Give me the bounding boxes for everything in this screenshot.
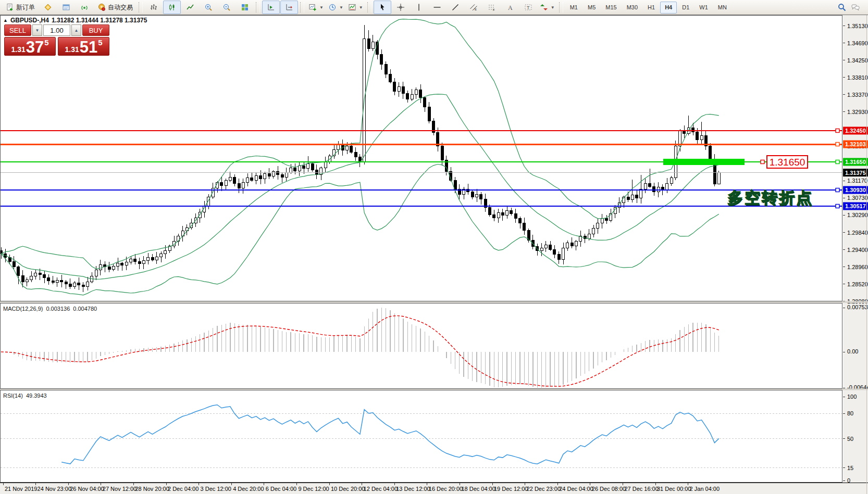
templates-icon — [348, 3, 356, 11]
buy-button[interactable]: BUY — [82, 24, 109, 36]
timeframe-w1-button[interactable]: W1 — [695, 2, 713, 14]
arrows-icon — [540, 3, 548, 11]
svg-text:4 Dec 20:00: 4 Dec 20:00 — [233, 486, 264, 492]
bar-chart-button[interactable] — [145, 1, 163, 14]
equidistant-channel-button[interactable]: E — [465, 1, 482, 14]
cursor-button[interactable] — [374, 1, 391, 14]
new-order-button[interactable]: 新订单 — [2, 1, 39, 14]
svg-text:19 Dec 12:00: 19 Dec 12:00 — [494, 486, 528, 492]
volume-input[interactable] — [43, 24, 70, 36]
sell-price-box[interactable]: 1.31 37 5 — [4, 37, 56, 56]
svg-text:24 Nov 23:00: 24 Nov 23:00 — [38, 486, 71, 492]
svg-text:1.33370: 1.33370 — [847, 92, 868, 98]
svg-text:26 Dec 08:00: 26 Dec 08:00 — [592, 486, 626, 492]
autotrading-button[interactable]: 自动交易 — [94, 1, 137, 14]
timeframe-h4-button[interactable]: H4 — [660, 2, 677, 14]
profiles-button[interactable] — [39, 1, 57, 14]
candlestick-chart-button[interactable] — [163, 1, 181, 14]
macd-header: MACD(12,26,9) 0.003136 0.004780 — [3, 306, 97, 312]
mt4-window: 新订单 自动交易 — [0, 0, 868, 494]
svg-text:2 Jan 04:00: 2 Jan 04:00 — [690, 486, 720, 492]
crosshair-button[interactable] — [392, 1, 410, 14]
one-click-trading-panel: SELL ▼ ▲ BUY 1.31 37 5 1.31 51 5 — [4, 24, 109, 56]
svg-text:10 Dec 20:00: 10 Dec 20:00 — [331, 486, 365, 492]
volume-up-button[interactable]: ▲ — [71, 24, 81, 36]
timeframe-m5-button[interactable]: M5 — [583, 2, 600, 14]
timeframe-mn-button[interactable]: MN — [713, 2, 731, 14]
timeframe-m30-button[interactable]: M30 — [622, 2, 642, 14]
svg-text:27 Nov 12:00: 27 Nov 12:00 — [103, 486, 137, 492]
svg-text:1.35130: 1.35130 — [847, 23, 868, 29]
svg-text:21 Nov 2019: 21 Nov 2019 — [5, 486, 37, 492]
svg-text:22 Dec 23:00: 22 Dec 23:00 — [527, 486, 561, 492]
buy-price-sup: 5 — [98, 39, 102, 46]
svg-text:A: A — [508, 4, 513, 11]
symbol-ohlc: 1.31282 1.31444 1.31278 1.31375 — [52, 17, 147, 24]
horizontal-line-button[interactable] — [428, 1, 446, 14]
svg-text:1.29840: 1.29840 — [847, 230, 868, 236]
buy-price-box[interactable]: 1.31 51 5 — [58, 37, 109, 56]
svg-text:80: 80 — [847, 410, 853, 416]
timeframe-m15-button[interactable]: M15 — [601, 2, 621, 14]
svg-text:1.32103: 1.32103 — [845, 141, 866, 147]
timeframe-d1-button[interactable]: D1 — [677, 2, 694, 14]
terminal-button[interactable] — [57, 1, 75, 14]
timeframe-m1-button[interactable]: M1 — [565, 2, 582, 14]
zoom-in-button[interactable] — [200, 1, 217, 14]
svg-text:16 Dec 20:00: 16 Dec 20:00 — [429, 486, 463, 492]
volume-down-button[interactable]: ▼ — [32, 24, 42, 36]
svg-text:1.31650: 1.31650 — [845, 159, 866, 165]
toolbar-separator — [139, 2, 143, 12]
svg-text:1.30730: 1.30730 — [847, 195, 868, 201]
svg-text:1.31650: 1.31650 — [770, 157, 805, 168]
chart-canvas[interactable]: 1.351301.346901.342501.338101.333701.329… — [0, 0, 868, 494]
svg-text:0.007538: 0.007538 — [847, 304, 868, 310]
text-label-button[interactable]: T — [519, 1, 537, 14]
fibonacci-button[interactable]: F — [483, 1, 501, 14]
sell-button[interactable]: SELL — [4, 24, 31, 36]
timeframe-h1-button[interactable]: H1 — [643, 2, 660, 14]
sell-price-sup: 5 — [44, 39, 48, 46]
zoom-out-button[interactable] — [218, 1, 235, 14]
vertical-line-button[interactable] — [410, 1, 428, 14]
new-chart-button[interactable]: ▼ — [306, 1, 326, 14]
svg-text:50: 50 — [847, 436, 853, 442]
dropdown-arrow-icon: ▼ — [319, 5, 324, 10]
svg-text:3 Dec 12:00: 3 Dec 12:00 — [201, 486, 231, 492]
chat-icon[interactable] — [851, 3, 860, 11]
crosshair-icon — [396, 3, 405, 11]
text-button[interactable]: A — [501, 1, 519, 14]
svg-text:15: 15 — [847, 465, 853, 471]
svg-text:28 Nov 20:00: 28 Nov 20:00 — [135, 486, 169, 492]
svg-text:1.30930: 1.30930 — [845, 187, 866, 193]
line-chart-button[interactable] — [181, 1, 199, 14]
toolbar: 新订单 自动交易 — [0, 0, 868, 15]
trendline-button[interactable] — [447, 1, 464, 14]
tile-windows-button[interactable] — [236, 1, 254, 14]
sell-price-big: 37 — [26, 40, 44, 55]
svg-text:1.30290: 1.30290 — [847, 212, 868, 218]
toolbar-separator — [256, 2, 260, 12]
auto-scroll-button[interactable] — [280, 1, 298, 14]
fibonacci-icon: F — [488, 3, 496, 11]
toolbar-separator — [367, 2, 371, 12]
svg-text:6 Dec 04:00: 6 Dec 04:00 — [266, 486, 296, 492]
zoom-in-icon — [204, 3, 213, 11]
zoom-out-icon — [222, 3, 231, 11]
chart-shift-button[interactable] — [262, 1, 280, 14]
signals-button[interactable] — [76, 1, 93, 14]
new-chart-icon — [308, 3, 317, 11]
arrows-button[interactable]: ▼ — [538, 1, 557, 14]
svg-text:2 Dec 04:00: 2 Dec 04:00 — [168, 486, 199, 492]
periods-button[interactable]: ▼ — [326, 1, 345, 14]
search-icon[interactable] — [838, 3, 846, 11]
text-icon: A — [506, 3, 514, 11]
templates-button[interactable]: ▼ — [346, 1, 365, 14]
autotrading-icon — [97, 3, 106, 11]
svg-text:T: T — [527, 5, 530, 10]
buy-price-small: 1.31 — [65, 46, 79, 53]
candlestick-chart-icon — [168, 3, 176, 11]
symbol-info: ▲ GBPUSD-,H4 1.31282 1.31444 1.31278 1.3… — [3, 17, 147, 24]
tile-windows-icon — [241, 3, 249, 11]
svg-text:0.00: 0.00 — [847, 348, 858, 354]
